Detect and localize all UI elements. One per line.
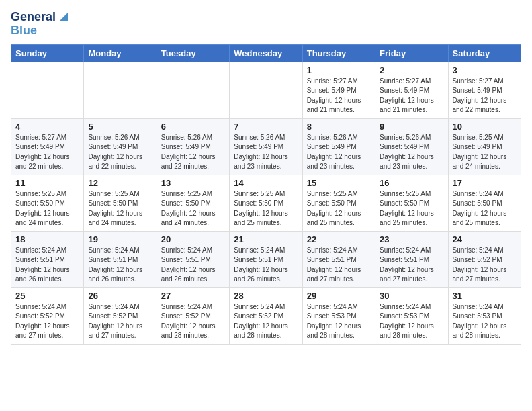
- cell-content: Sunrise: 5:26 AMSunset: 5:49 PMDaylight:…: [88, 133, 152, 172]
- cell-content: Sunrise: 5:25 AMSunset: 5:50 PMDaylight:…: [234, 189, 298, 228]
- page-header: General Blue: [11, 11, 521, 38]
- cell-content: Sunrise: 5:26 AMSunset: 5:49 PMDaylight:…: [161, 133, 225, 172]
- cell-content: Sunrise: 5:24 AMSunset: 5:53 PMDaylight:…: [307, 302, 371, 341]
- calendar-cell: 15Sunrise: 5:25 AMSunset: 5:50 PMDayligh…: [302, 175, 375, 231]
- cell-content: Sunrise: 5:24 AMSunset: 5:51 PMDaylight:…: [88, 246, 152, 285]
- logo-text-blue: Blue: [11, 24, 37, 38]
- day-of-week-sunday: Sunday: [11, 44, 84, 62]
- calendar-week-3: 11Sunrise: 5:25 AMSunset: 5:50 PMDayligh…: [11, 175, 521, 231]
- day-number: 21: [234, 234, 298, 244]
- cell-content: Sunrise: 5:25 AMSunset: 5:49 PMDaylight:…: [453, 133, 517, 172]
- calendar-cell: 18Sunrise: 5:24 AMSunset: 5:51 PMDayligh…: [11, 231, 84, 287]
- day-number: 28: [234, 291, 298, 301]
- day-number: 14: [234, 178, 298, 188]
- cell-content: Sunrise: 5:24 AMSunset: 5:53 PMDaylight:…: [380, 302, 443, 341]
- day-of-week-tuesday: Tuesday: [157, 44, 229, 62]
- cell-content: Sunrise: 5:24 AMSunset: 5:52 PMDaylight:…: [88, 302, 152, 341]
- day-number: 19: [88, 234, 152, 244]
- day-number: 11: [15, 178, 79, 188]
- calendar-cell: 4Sunrise: 5:27 AMSunset: 5:49 PMDaylight…: [11, 118, 84, 175]
- day-number: 13: [161, 178, 225, 188]
- calendar-cell: 27Sunrise: 5:24 AMSunset: 5:52 PMDayligh…: [157, 287, 229, 344]
- cell-content: Sunrise: 5:24 AMSunset: 5:52 PMDaylight:…: [234, 302, 298, 341]
- calendar-cell: 3Sunrise: 5:27 AMSunset: 5:49 PMDaylight…: [448, 62, 521, 118]
- day-of-week-saturday: Saturday: [448, 44, 521, 62]
- day-number: 6: [161, 122, 225, 132]
- day-number: 10: [453, 122, 517, 132]
- cell-content: Sunrise: 5:27 AMSunset: 5:49 PMDaylight:…: [15, 133, 79, 172]
- calendar-cell: 7Sunrise: 5:26 AMSunset: 5:49 PMDaylight…: [230, 118, 302, 175]
- day-number: 24: [453, 234, 517, 244]
- calendar-week-5: 25Sunrise: 5:24 AMSunset: 5:52 PMDayligh…: [11, 287, 521, 344]
- day-number: 15: [307, 178, 371, 188]
- day-number: 9: [380, 122, 443, 132]
- day-number: 27: [161, 291, 225, 301]
- cell-content: Sunrise: 5:26 AMSunset: 5:49 PMDaylight:…: [380, 133, 443, 172]
- calendar-cell: [84, 62, 157, 118]
- day-number: 4: [15, 122, 79, 132]
- cell-content: Sunrise: 5:24 AMSunset: 5:52 PMDaylight:…: [453, 246, 517, 285]
- cell-content: Sunrise: 5:24 AMSunset: 5:50 PMDaylight:…: [453, 189, 517, 228]
- calendar-week-1: 1Sunrise: 5:27 AMSunset: 5:49 PMDaylight…: [11, 62, 521, 118]
- day-of-week-thursday: Thursday: [302, 44, 375, 62]
- day-of-week-wednesday: Wednesday: [230, 44, 302, 62]
- calendar-cell: [11, 62, 84, 118]
- cell-content: Sunrise: 5:25 AMSunset: 5:50 PMDaylight:…: [380, 189, 443, 228]
- calendar-table: SundayMondayTuesdayWednesdayThursdayFrid…: [11, 44, 521, 345]
- day-number: 17: [453, 178, 517, 188]
- cell-content: Sunrise: 5:24 AMSunset: 5:51 PMDaylight:…: [15, 246, 79, 285]
- calendar-cell: 29Sunrise: 5:24 AMSunset: 5:53 PMDayligh…: [302, 287, 375, 344]
- calendar-cell: 28Sunrise: 5:24 AMSunset: 5:52 PMDayligh…: [230, 287, 302, 344]
- logo-icon: [57, 10, 71, 24]
- calendar-cell: 22Sunrise: 5:24 AMSunset: 5:51 PMDayligh…: [302, 231, 375, 287]
- calendar-cell: 20Sunrise: 5:24 AMSunset: 5:51 PMDayligh…: [157, 231, 229, 287]
- calendar-cell: 17Sunrise: 5:24 AMSunset: 5:50 PMDayligh…: [448, 175, 521, 231]
- calendar-cell: 14Sunrise: 5:25 AMSunset: 5:50 PMDayligh…: [230, 175, 302, 231]
- cell-content: Sunrise: 5:25 AMSunset: 5:50 PMDaylight:…: [88, 189, 152, 228]
- cell-content: Sunrise: 5:25 AMSunset: 5:50 PMDaylight:…: [15, 189, 79, 228]
- calendar-cell: 11Sunrise: 5:25 AMSunset: 5:50 PMDayligh…: [11, 175, 84, 231]
- calendar-cell: [157, 62, 229, 118]
- calendar-cell: 5Sunrise: 5:26 AMSunset: 5:49 PMDaylight…: [84, 118, 157, 175]
- calendar-cell: 23Sunrise: 5:24 AMSunset: 5:51 PMDayligh…: [375, 231, 448, 287]
- calendar-cell: 31Sunrise: 5:24 AMSunset: 5:53 PMDayligh…: [448, 287, 521, 344]
- day-of-week-monday: Monday: [84, 44, 157, 62]
- day-number: 12: [88, 178, 152, 188]
- calendar-cell: 19Sunrise: 5:24 AMSunset: 5:51 PMDayligh…: [84, 231, 157, 287]
- day-number: 16: [380, 178, 443, 188]
- day-number: 22: [307, 234, 371, 244]
- day-number: 5: [88, 122, 152, 132]
- calendar-cell: 26Sunrise: 5:24 AMSunset: 5:52 PMDayligh…: [84, 287, 157, 344]
- calendar-cell: 2Sunrise: 5:27 AMSunset: 5:49 PMDaylight…: [375, 62, 448, 118]
- calendar-cell: 12Sunrise: 5:25 AMSunset: 5:50 PMDayligh…: [84, 175, 157, 231]
- calendar-cell: [230, 62, 302, 118]
- day-number: 25: [15, 291, 79, 301]
- day-number: 2: [380, 65, 443, 75]
- logo-text-general: General: [11, 11, 56, 24]
- day-number: 23: [380, 234, 443, 244]
- cell-content: Sunrise: 5:24 AMSunset: 5:51 PMDaylight:…: [234, 246, 298, 285]
- logo: General Blue: [11, 11, 71, 38]
- day-number: 31: [453, 291, 517, 301]
- cell-content: Sunrise: 5:24 AMSunset: 5:52 PMDaylight:…: [15, 302, 79, 341]
- calendar-cell: 9Sunrise: 5:26 AMSunset: 5:49 PMDaylight…: [375, 118, 448, 175]
- cell-content: Sunrise: 5:27 AMSunset: 5:49 PMDaylight:…: [307, 77, 371, 116]
- day-of-week-friday: Friday: [375, 44, 448, 62]
- day-number: 7: [234, 122, 298, 132]
- calendar-week-4: 18Sunrise: 5:24 AMSunset: 5:51 PMDayligh…: [11, 231, 521, 287]
- cell-content: Sunrise: 5:24 AMSunset: 5:52 PMDaylight:…: [161, 302, 225, 341]
- day-number: 29: [307, 291, 371, 301]
- calendar-cell: 24Sunrise: 5:24 AMSunset: 5:52 PMDayligh…: [448, 231, 521, 287]
- day-number: 18: [15, 234, 79, 244]
- cell-content: Sunrise: 5:25 AMSunset: 5:50 PMDaylight:…: [307, 189, 371, 228]
- cell-content: Sunrise: 5:26 AMSunset: 5:49 PMDaylight:…: [307, 133, 371, 172]
- day-number: 8: [307, 122, 371, 132]
- cell-content: Sunrise: 5:27 AMSunset: 5:49 PMDaylight:…: [380, 77, 443, 116]
- calendar-header-row: SundayMondayTuesdayWednesdayThursdayFrid…: [11, 44, 521, 62]
- cell-content: Sunrise: 5:24 AMSunset: 5:53 PMDaylight:…: [453, 302, 517, 341]
- cell-content: Sunrise: 5:25 AMSunset: 5:50 PMDaylight:…: [161, 189, 225, 228]
- calendar-cell: 13Sunrise: 5:25 AMSunset: 5:50 PMDayligh…: [157, 175, 229, 231]
- calendar-cell: 8Sunrise: 5:26 AMSunset: 5:49 PMDaylight…: [302, 118, 375, 175]
- calendar-week-2: 4Sunrise: 5:27 AMSunset: 5:49 PMDaylight…: [11, 118, 521, 175]
- calendar-cell: 16Sunrise: 5:25 AMSunset: 5:50 PMDayligh…: [375, 175, 448, 231]
